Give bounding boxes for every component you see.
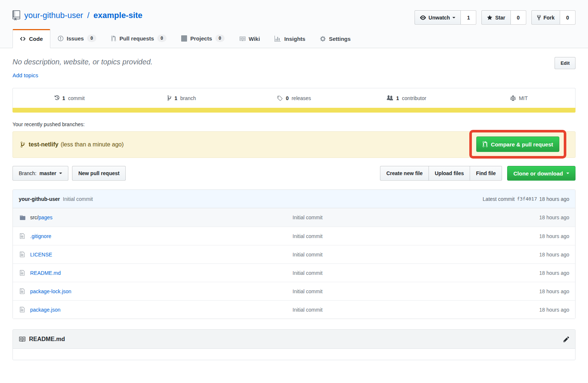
tab-insights-label: Insights xyxy=(284,36,305,42)
new-pull-request-button[interactable]: New pull request xyxy=(72,166,126,181)
repo-description: No description, website, or topics provi… xyxy=(12,58,576,66)
book-icon xyxy=(239,36,245,42)
file-link[interactable]: src/pages xyxy=(30,214,53,220)
file-icon xyxy=(13,251,30,258)
create-new-file-button[interactable]: Create new file xyxy=(380,166,429,181)
file-commit-message[interactable]: Initial commit xyxy=(293,270,323,276)
star-group: Star 0 xyxy=(481,10,526,25)
table-row: package.json Initial commit 18 hours ago xyxy=(13,300,575,319)
compare-pull-request-button[interactable]: Compare & pull request xyxy=(476,136,559,152)
tag-icon xyxy=(277,95,283,101)
social-actions: Unwatch 1 Star 0 Fo xyxy=(415,10,576,25)
contributors-stat[interactable]: 1 contributor xyxy=(350,88,463,108)
file-actions-row: Branch: master New pull request Create n… xyxy=(12,166,576,181)
commit-message-link[interactable]: Initial commit xyxy=(63,196,93,202)
chevron-down-icon xyxy=(566,173,569,175)
issues-counter: 0 xyxy=(87,35,96,42)
file-age: 18 hours ago xyxy=(491,288,575,294)
file-prefix: src/ xyxy=(30,214,39,220)
file-age: 18 hours ago xyxy=(491,214,575,220)
description-section: No description, website, or topics provi… xyxy=(12,58,576,78)
pull-request-icon xyxy=(111,35,116,42)
file-link[interactable]: .gitignore xyxy=(30,233,51,239)
file-age: 18 hours ago xyxy=(491,307,575,313)
language-bar xyxy=(12,108,576,113)
releases-count: 0 xyxy=(286,95,289,101)
file-browser: your-github-user Initial commit Latest c… xyxy=(12,189,576,319)
tab-projects[interactable]: Projects 0 xyxy=(174,28,232,48)
readme-section: README.md xyxy=(12,329,576,360)
tab-code-label: Code xyxy=(29,36,43,42)
file-age: 18 hours ago xyxy=(491,252,575,258)
folder-icon xyxy=(13,214,30,221)
file-link[interactable]: README.md xyxy=(30,270,61,276)
highlight-annotation: Compare & pull request xyxy=(469,130,566,159)
tab-code[interactable]: Code xyxy=(12,29,50,48)
file-commit-message[interactable]: Initial commit xyxy=(293,307,323,313)
watchers-count[interactable]: 1 xyxy=(461,10,476,25)
repo-icon xyxy=(12,10,20,21)
latest-commit-info: Latest commit f3f4017 18 hours ago xyxy=(483,196,569,202)
branches-stat[interactable]: 1 branch xyxy=(125,88,238,108)
fork-button[interactable]: Fork xyxy=(531,10,560,25)
branch-selector[interactable]: Branch: master xyxy=(12,166,68,181)
file-commit-message[interactable]: Initial commit xyxy=(293,214,323,220)
file-commit-message[interactable]: Initial commit xyxy=(293,233,323,239)
tab-settings[interactable]: Settings xyxy=(313,29,358,48)
add-topics-link[interactable]: Add topics xyxy=(12,72,38,78)
file-age: 18 hours ago xyxy=(491,233,575,239)
law-icon xyxy=(510,95,516,101)
commits-label: commit xyxy=(68,95,85,101)
forks-count[interactable]: 0 xyxy=(560,10,576,25)
tab-issues-label: Issues xyxy=(67,35,84,42)
tab-issues[interactable]: Issues 0 xyxy=(50,28,104,48)
issue-icon xyxy=(58,35,64,42)
find-file-button[interactable]: Find file xyxy=(470,166,502,181)
readme-content xyxy=(13,349,575,360)
file-icon xyxy=(13,288,30,294)
file-link[interactable]: package.json xyxy=(30,307,61,313)
file-commit-message[interactable]: Initial commit xyxy=(293,252,323,258)
file-icon xyxy=(13,306,30,313)
recent-branches-heading: Your recently pushed branches: xyxy=(12,121,576,127)
compare-pull-request-label: Compare & pull request xyxy=(491,141,553,148)
table-row: LICENSE Initial commit 18 hours ago xyxy=(13,245,575,263)
repo-name-link[interactable]: example-site xyxy=(93,11,142,20)
license-stat[interactable]: MIT xyxy=(463,88,575,108)
chevron-down-icon xyxy=(452,17,455,20)
tab-pull-requests[interactable]: Pull requests 0 xyxy=(104,28,174,48)
edit-button[interactable]: Edit xyxy=(555,57,576,69)
stars-count[interactable]: 0 xyxy=(511,10,526,25)
commit-sha-link[interactable]: f3f4017 xyxy=(517,196,537,202)
branch-icon xyxy=(21,141,25,148)
commits-stat[interactable]: 1 commit xyxy=(13,88,125,108)
repo-owner-link[interactable]: your-github-user xyxy=(24,11,83,20)
branches-label: branch xyxy=(180,95,196,101)
people-icon xyxy=(387,95,393,101)
upload-files-button[interactable]: Upload files xyxy=(429,166,470,181)
repo-header: Unwatch 1 Star 0 Fo xyxy=(0,0,588,48)
contributors-count: 1 xyxy=(396,95,399,101)
table-row: src/pages Initial commit 18 hours ago xyxy=(13,208,575,227)
pushed-branch-time: (less than a minute ago) xyxy=(61,141,124,148)
file-commit-message[interactable]: Initial commit xyxy=(293,288,323,294)
tab-insights[interactable]: Insights xyxy=(267,29,313,48)
file-link[interactable]: package-lock.json xyxy=(30,288,71,294)
unwatch-label: Unwatch xyxy=(429,15,450,21)
clone-or-download-button[interactable]: Clone or download xyxy=(507,166,576,181)
unwatch-button[interactable]: Unwatch xyxy=(415,10,461,25)
eye-icon xyxy=(420,15,426,21)
fork-group: Fork 0 xyxy=(531,10,576,25)
latest-commit-bar: your-github-user Initial commit Latest c… xyxy=(13,190,575,208)
star-button[interactable]: Star xyxy=(481,10,510,25)
releases-stat[interactable]: 0 releases xyxy=(238,88,350,108)
commit-author-link[interactable]: your-github-user xyxy=(19,196,60,202)
file-age: 18 hours ago xyxy=(491,270,575,276)
file-link[interactable]: LICENSE xyxy=(30,252,52,258)
pencil-icon[interactable] xyxy=(563,336,569,343)
clone-button-label: Clone or download xyxy=(513,170,563,177)
code-icon xyxy=(20,36,26,42)
tab-wiki[interactable]: Wiki xyxy=(232,29,268,48)
file-buttons-group: Create new file Upload files Find file xyxy=(380,166,502,181)
contributors-label: contributor xyxy=(402,95,426,101)
